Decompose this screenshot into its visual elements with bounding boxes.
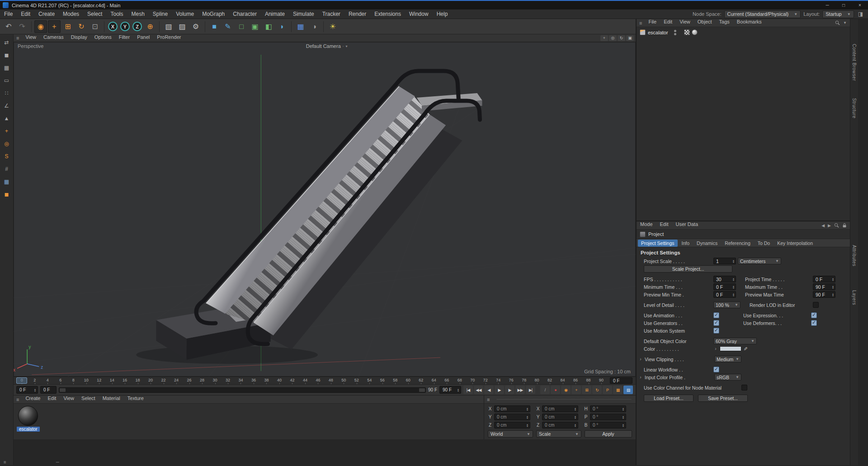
stepper-icon[interactable]: ▲▼ — [456, 388, 459, 392]
eyedropper-icon[interactable]: ✎ — [742, 347, 748, 351]
timeline-tick[interactable]: 18 — [131, 377, 144, 384]
input-color-profile-dropdown[interactable]: sRGB▼ — [714, 374, 741, 381]
camera-menu-icon[interactable]: ▾ — [346, 44, 348, 48]
linear-workflow-checkbox[interactable] — [713, 367, 719, 372]
timeline-tick[interactable]: 62 — [415, 377, 427, 384]
object-name[interactable]: escalator — [648, 30, 668, 35]
timeline-tick[interactable]: 86 — [569, 377, 582, 384]
stepper-icon[interactable]: ▲▼ — [830, 285, 834, 289]
symmetry-button[interactable]: ◧ — [262, 20, 275, 33]
timeline-tick[interactable]: 30 — [208, 377, 221, 384]
timeline-tick[interactable]: 72 — [479, 377, 491, 384]
range-handle-left[interactable] — [60, 388, 66, 392]
attribute-tab[interactable]: To Do — [755, 240, 773, 247]
timeline-tick[interactable]: 44 — [299, 377, 311, 384]
attribute-tab[interactable]: Dynamics — [693, 240, 721, 247]
tab-structure[interactable]: Structure — [852, 98, 857, 118]
filter-icon[interactable]: ▼ — [843, 21, 847, 25]
object-manager-menu-item[interactable]: Tags — [716, 19, 733, 27]
visibility-dots-icon[interactable] — [674, 30, 676, 35]
range-handle-right[interactable] — [419, 388, 425, 392]
x-axis-lock[interactable]: X — [108, 22, 118, 31]
timeline-tick[interactable]: 70 — [466, 377, 479, 384]
level-of-detail-dropdown[interactable]: 100 %▼ — [713, 301, 741, 308]
close-button[interactable]: × — [852, 1, 868, 9]
timeline-tick[interactable]: 36 — [247, 377, 260, 384]
stepper-icon[interactable]: ▲▼ — [731, 285, 735, 289]
tab-layers[interactable]: Layers — [852, 290, 857, 305]
timeline-tick[interactable]: 50 — [337, 377, 350, 384]
move-tool[interactable]: + — [48, 20, 61, 33]
project-time-field[interactable]: 0 F▲▼ — [813, 276, 835, 282]
panel-drag-handle[interactable] — [497, 399, 631, 400]
timeline-tick[interactable]: 16 — [118, 377, 131, 384]
menu-item[interactable]: Edit — [17, 9, 34, 19]
scale-tool[interactable]: ⊞ — [61, 20, 74, 33]
coordinate-system-button[interactable]: ⊕ — [144, 20, 156, 33]
grid-snap-button[interactable]: # — [2, 165, 12, 174]
next-key-button[interactable]: ▶▶ — [515, 386, 525, 394]
project-scale-unit-dropdown[interactable]: Centimeters▼ — [738, 258, 781, 264]
search-icon[interactable] — [834, 223, 839, 228]
timeline-tick[interactable]: 56 — [376, 377, 389, 384]
record-position-toggle[interactable]: + — [571, 386, 581, 394]
timeline-tick[interactable]: 34 — [234, 377, 247, 384]
default-object-color-dropdown[interactable]: 60% Gray▼ — [713, 338, 757, 344]
stepper-icon[interactable]: ▲▼ — [573, 424, 576, 427]
previous-key-button[interactable]: ◀◀ — [474, 386, 483, 394]
menu-item[interactable]: Character — [229, 9, 261, 19]
texture-mode-button[interactable]: ▦ — [2, 63, 12, 72]
timeline-tick[interactable]: 88 — [582, 377, 594, 384]
material-menu-item[interactable]: Select — [78, 395, 99, 403]
timeline-tick[interactable]: 84 — [556, 377, 569, 384]
attribute-menu-item[interactable]: Edit — [656, 221, 672, 229]
expand-icon[interactable]: › — [638, 357, 643, 362]
attribute-tab[interactable]: Info — [679, 240, 693, 247]
recent-tool-button[interactable]: ⊡ — [89, 20, 101, 33]
maximize-button[interactable]: □ — [835, 1, 852, 9]
minimize-button[interactable]: ─ — [819, 1, 835, 9]
timeline-options-button[interactable]: ▤ — [623, 386, 633, 394]
timeline-tick[interactable]: 74 — [492, 377, 505, 384]
texture-tag-icon[interactable] — [684, 29, 690, 35]
z-axis-lock[interactable]: Z — [132, 22, 142, 31]
project-scale-field[interactable]: 1▲▼ — [713, 258, 736, 264]
color-swatch[interactable] — [720, 346, 741, 351]
stepper-icon[interactable]: ▲▼ — [573, 415, 576, 419]
points-mode-button[interactable]: ∷ — [2, 89, 12, 98]
object-axis-button[interactable]: ◼ — [2, 190, 12, 199]
material-menu-item[interactable]: Material — [99, 395, 124, 403]
rotate-tool[interactable]: ↻ — [75, 20, 88, 33]
viewport-menu-item[interactable]: Cameras — [40, 34, 67, 42]
use-expression-checkbox[interactable] — [811, 312, 817, 318]
attribute-menu-item[interactable]: Mode — [637, 221, 656, 229]
record-keyframe-button[interactable]: ● — [551, 386, 560, 394]
rotation-field[interactable]: 0 °▲▼ — [590, 405, 626, 412]
layout-dropdown[interactable]: Startup▼ — [822, 10, 854, 18]
fps-field[interactable]: 30▲▼ — [713, 276, 736, 282]
toggle-view-icon[interactable]: ▣ — [626, 35, 634, 41]
rotation-field[interactable]: 0 °▲▼ — [590, 414, 626, 420]
enable-axis-button[interactable]: + — [2, 127, 12, 136]
stepper-icon[interactable]: ▲▼ — [621, 424, 624, 427]
previous-frame-button[interactable]: ◀ — [484, 386, 494, 394]
viewport-menu-item[interactable]: Panel — [133, 34, 153, 42]
material-menu-item[interactable]: View — [60, 395, 78, 403]
preview-range-slider[interactable] — [59, 387, 426, 393]
timeline-tick[interactable]: 38 — [260, 377, 273, 384]
timeline-tick[interactable]: 32 — [222, 377, 234, 384]
panel-menu-icon[interactable]: ≡ — [14, 35, 22, 41]
position-field[interactable]: 0 cm▲▼ — [494, 422, 530, 428]
menu-item[interactable]: Extensions — [370, 9, 405, 19]
search-icon[interactable] — [835, 20, 840, 25]
keyframe-selection-button[interactable]: / — [540, 386, 550, 394]
use-animation-checkbox[interactable] — [713, 312, 719, 318]
array-button[interactable]: ▣ — [249, 20, 261, 33]
y-axis-lock[interactable]: Y — [120, 22, 130, 31]
snap-toggle-button[interactable]: S — [2, 152, 12, 161]
timeline-tick[interactable]: 10 — [80, 377, 92, 384]
use-generators-checkbox[interactable] — [713, 320, 719, 326]
render-to-picture-viewer-button[interactable]: ▨ — [176, 20, 189, 33]
timeline-tick[interactable]: 52 — [350, 377, 363, 384]
viewport-menu-item[interactable]: ProRender — [153, 34, 184, 42]
